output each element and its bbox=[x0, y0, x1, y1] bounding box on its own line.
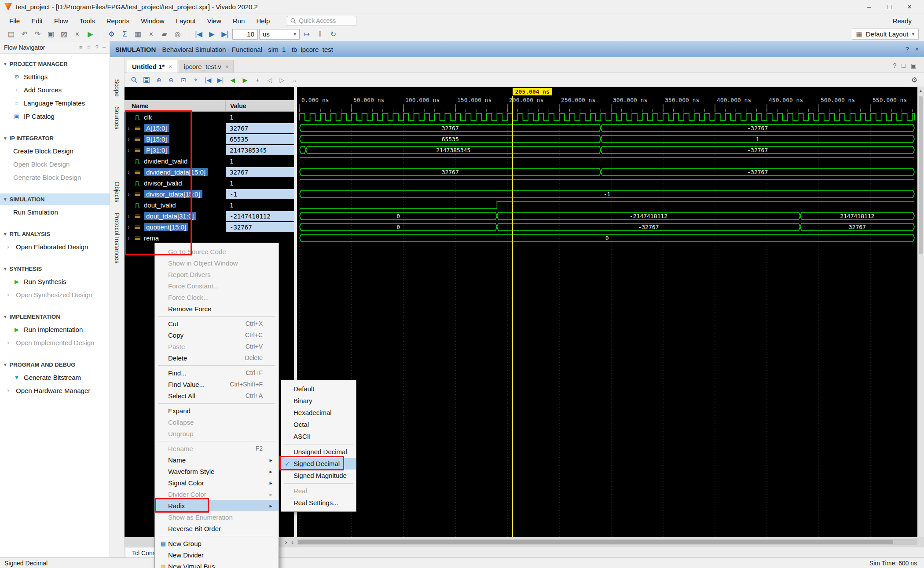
signal-row-rema[interactable]: ›rema bbox=[125, 233, 294, 244]
flow-nav-item-language-templates[interactable]: ≡Language Templates bbox=[0, 96, 110, 109]
flow-nav-item-create-block-design[interactable]: Create Block Design bbox=[0, 144, 110, 157]
tab-ipcore-test-v[interactable]: ipcore_test.v× bbox=[179, 60, 234, 73]
signal-row-p-31-0[interactable]: ›P[31:0]2147385345 bbox=[125, 145, 294, 156]
menu-item-copy[interactable]: CopyCtrl+C bbox=[155, 329, 279, 341]
help-icon[interactable]: ? bbox=[893, 62, 897, 69]
flow-nav-section-ip-integrator[interactable]: ▾IP INTEGRATOR bbox=[0, 132, 110, 144]
flow-nav-item-open-hardware-manager[interactable]: ›Open Hardware Manager bbox=[0, 384, 110, 397]
menu-item-select-all[interactable]: Select AllCtrl+A bbox=[155, 390, 279, 401]
span-markers-button[interactable]: ↔ bbox=[289, 74, 300, 85]
flow-nav-item-open-implemented-design[interactable]: ›Open Implemented Design bbox=[0, 336, 110, 349]
signal-row-dout-tvalid[interactable]: dout_tvalid1 bbox=[125, 200, 294, 211]
menu-edit[interactable]: Edit bbox=[26, 15, 48, 26]
next-transition-button[interactable]: ▶ bbox=[239, 74, 251, 85]
cursor-time-label[interactable]: 205.004 ns bbox=[513, 88, 552, 95]
signal-name-cell[interactable]: dout_tvalid bbox=[125, 200, 226, 211]
zoom-fit-button[interactable]: ⊡ bbox=[178, 74, 189, 85]
radix-option-signed-magnitude[interactable]: Signed Magnitude bbox=[281, 470, 356, 481]
maximize-button[interactable]: □ bbox=[879, 1, 899, 13]
undo-button[interactable]: ↶ bbox=[18, 29, 30, 40]
side-tab-scope[interactable]: Scope bbox=[112, 76, 122, 100]
time-unit-select[interactable]: us ▾ bbox=[259, 29, 300, 40]
radix-option-octal[interactable]: Octal bbox=[281, 419, 356, 430]
menu-item-name[interactable]: Name▸ bbox=[155, 454, 279, 466]
signal-name-cell[interactable]: ›A[15:0] bbox=[125, 123, 226, 134]
menu-item-delete[interactable]: DeleteDelete bbox=[155, 352, 279, 364]
add-marker-button[interactable]: + bbox=[252, 74, 263, 85]
expand-icon[interactable]: › bbox=[128, 224, 132, 230]
settings-gear-button[interactable]: ⚙ bbox=[106, 29, 117, 40]
delete-button[interactable]: × bbox=[71, 29, 83, 40]
menu-file[interactable]: File bbox=[4, 15, 26, 26]
signal-name-cell[interactable]: clk bbox=[125, 112, 226, 123]
value-column-header[interactable]: Value bbox=[226, 100, 294, 111]
signal-name-cell[interactable]: ›quotient[15:0] bbox=[125, 222, 226, 233]
menu-item-radix[interactable]: Radix▸ bbox=[155, 500, 279, 511]
vertical-scrollbar[interactable]: ▲ bbox=[917, 87, 924, 537]
menu-item-reverse-bit-order[interactable]: Reverse Bit Order bbox=[155, 523, 279, 534]
run-all-button[interactable]: ▶ bbox=[206, 29, 218, 40]
menu-item-new-virtual-bus[interactable]: ▥New Virtual Bus bbox=[155, 561, 279, 568]
flow-nav-item-run-synthesis[interactable]: ▶Run Synthesis bbox=[0, 275, 110, 288]
expand-left-icon[interactable]: › bbox=[285, 539, 287, 546]
quick-access-search[interactable]: Quick Access bbox=[287, 16, 356, 26]
signal-name-cell[interactable]: ›divisor_tdata[15:0] bbox=[125, 189, 226, 200]
sum-reports-button[interactable]: Σ bbox=[119, 29, 131, 40]
expand-icon[interactable]: › bbox=[128, 125, 132, 131]
flow-nav-item-run-implementation[interactable]: ▶Run Implementation bbox=[0, 323, 110, 336]
signal-row-a-15-0[interactable]: ›A[15:0]32767 bbox=[125, 123, 294, 134]
signal-name-cell[interactable]: ›B[15:0] bbox=[125, 134, 226, 145]
close-button[interactable]: × bbox=[145, 29, 157, 40]
probe-button[interactable]: ◎ bbox=[172, 29, 183, 40]
horizontal-scrollbar[interactable] bbox=[297, 539, 917, 545]
radix-option-real-settings[interactable]: Real Settings... bbox=[281, 497, 356, 509]
menu-item-expand[interactable]: Expand bbox=[155, 405, 279, 416]
redo-button[interactable]: ↷ bbox=[32, 29, 44, 40]
relaunch-button[interactable]: ↻ bbox=[327, 29, 339, 40]
help-icon[interactable]: ? bbox=[906, 46, 909, 53]
expand-icon[interactable]: › bbox=[128, 235, 132, 241]
menu-run[interactable]: Run bbox=[227, 15, 251, 26]
signal-row-divisor-tdata-15-0[interactable]: ›divisor_tdata[15:0]-1 bbox=[125, 189, 294, 200]
flow-nav-section-synthesis[interactable]: ▾SYNTHESIS bbox=[0, 263, 110, 275]
run-time-input[interactable]: 10 bbox=[232, 29, 258, 40]
flow-nav-item-generate-bitstream[interactable]: ▼Generate Bitstream bbox=[0, 371, 110, 384]
side-tab-sources[interactable]: Sources bbox=[112, 103, 122, 133]
tab-untitled-1[interactable]: Untitled 1*× bbox=[127, 60, 177, 73]
run-for-button[interactable]: ▶| bbox=[219, 29, 231, 40]
signal-row-divisor-tvalid[interactable]: divisor_tvalid1 bbox=[125, 178, 294, 189]
flow-nav-section-simulation[interactable]: ▾SIMULATION bbox=[0, 193, 110, 205]
flow-nav-item-generate-block-design[interactable]: Generate Block Design bbox=[0, 171, 110, 184]
radix-option-binary[interactable]: Binary bbox=[281, 395, 356, 407]
menu-item-new-group[interactable]: ▤New Group bbox=[155, 538, 279, 549]
signal-row-b-15-0[interactable]: ›B[15:0]65535 bbox=[125, 134, 294, 145]
menu-reports[interactable]: Reports bbox=[101, 15, 136, 26]
waveform-canvas[interactable]: 0.000 ns50.000 ns100.000 ns150.000 ns200… bbox=[297, 87, 917, 537]
zoom-to-cursor-button[interactable]: ⌖ bbox=[190, 74, 202, 85]
save-waveform-button[interactable] bbox=[141, 74, 152, 85]
flow-nav-section-rtl-analysis[interactable]: ▾RTL ANALYSIS bbox=[0, 228, 110, 240]
side-tab-objects[interactable]: Objects bbox=[112, 178, 122, 206]
signal-name-cell[interactable]: dividend_tvalid bbox=[125, 156, 226, 167]
side-tab-protocol-instances[interactable]: Protocol Instances bbox=[112, 209, 122, 267]
flow-nav-item-open-elaborated-design[interactable]: ›Open Elaborated Design bbox=[0, 240, 110, 253]
signal-row-dividend-tvalid[interactable]: dividend_tvalid1 bbox=[125, 156, 294, 167]
radix-option-hexadecimal[interactable]: Hexadecimal bbox=[281, 407, 356, 419]
scroll-up-icon[interactable]: ▲ bbox=[919, 87, 923, 93]
previous-marker-button[interactable]: ◁ bbox=[264, 74, 275, 85]
run-button[interactable]: ▶ bbox=[84, 29, 96, 40]
flow-nav-item-settings[interactable]: ⚙Settings bbox=[0, 70, 110, 83]
radix-option-unsigned-decimal[interactable]: Unsigned Decimal bbox=[281, 446, 356, 458]
flow-nav-item-open-synthesized-design[interactable]: ›Open Synthesized Design bbox=[0, 288, 110, 301]
signal-name-cell[interactable]: divisor_tvalid bbox=[125, 178, 226, 189]
menu-window[interactable]: Window bbox=[135, 15, 170, 26]
toggle-sections-icon[interactable]: ≡ bbox=[79, 44, 83, 51]
signal-name-cell[interactable]: ›dout_tdata[31:0] bbox=[125, 211, 226, 222]
menu-item-waveform-style[interactable]: Waveform Style▸ bbox=[155, 466, 279, 477]
expand-icon[interactable]: › bbox=[128, 191, 132, 197]
signal-name-cell[interactable]: ›rema bbox=[125, 233, 226, 244]
menu-view[interactable]: View bbox=[202, 15, 227, 26]
radix-option-default[interactable]: Default bbox=[281, 383, 356, 395]
menu-item-signal-color[interactable]: Signal Color▸ bbox=[155, 477, 279, 488]
expand-icon[interactable]: › bbox=[128, 213, 132, 219]
